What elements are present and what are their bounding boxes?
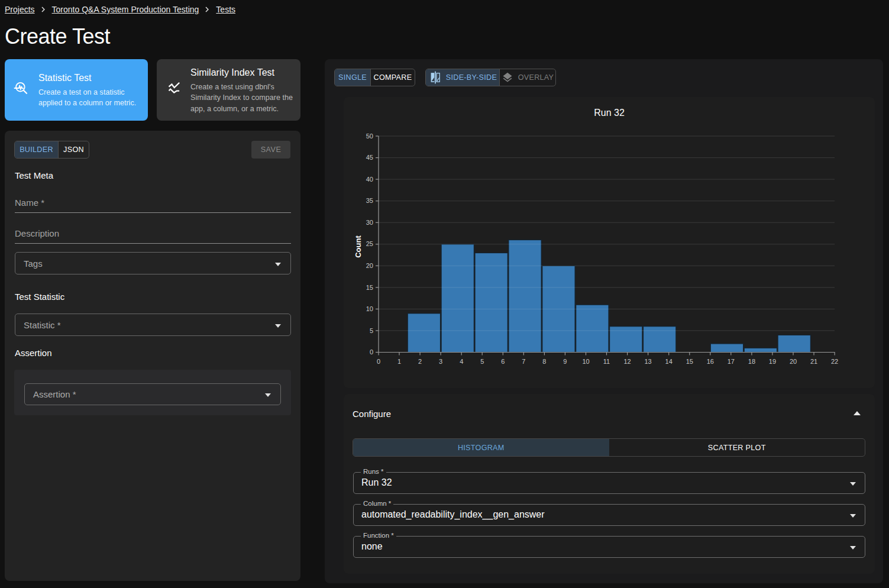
svg-text:20: 20 [790,358,797,365]
svg-text:40: 40 [366,176,373,183]
svg-text:0: 0 [377,358,380,365]
svg-text:21: 21 [810,358,817,365]
svg-text:10: 10 [366,305,373,312]
svg-text:7: 7 [522,358,525,365]
svg-text:8: 8 [542,358,546,365]
svg-text:2: 2 [418,358,422,365]
svg-text:25: 25 [366,240,373,247]
svg-text:6: 6 [501,358,505,365]
svg-text:Count: Count [354,235,363,258]
svg-text:15: 15 [686,358,693,365]
svg-text:22: 22 [831,358,838,365]
svg-text:Run 32: Run 32 [594,108,625,118]
svg-text:1: 1 [397,358,401,365]
svg-text:0: 0 [370,348,373,356]
svg-text:18: 18 [748,358,755,365]
svg-text:15: 15 [366,284,373,291]
svg-text:50: 50 [366,133,373,140]
svg-text:10: 10 [582,358,589,365]
svg-text:19: 19 [769,358,776,365]
svg-text:4: 4 [460,358,463,365]
svg-text:5: 5 [370,327,373,334]
svg-text:14: 14 [665,358,673,365]
svg-text:3: 3 [439,358,442,365]
svg-text:45: 45 [366,154,373,161]
svg-text:12: 12 [623,358,631,365]
svg-text:13: 13 [644,358,651,365]
svg-text:5: 5 [480,358,484,365]
svg-text:30: 30 [366,219,373,226]
svg-text:35: 35 [366,197,373,204]
svg-text:17: 17 [728,358,735,365]
svg-text:20: 20 [366,262,373,269]
svg-text:11: 11 [603,358,610,365]
svg-text:9: 9 [563,358,567,365]
svg-text:16: 16 [707,358,714,365]
